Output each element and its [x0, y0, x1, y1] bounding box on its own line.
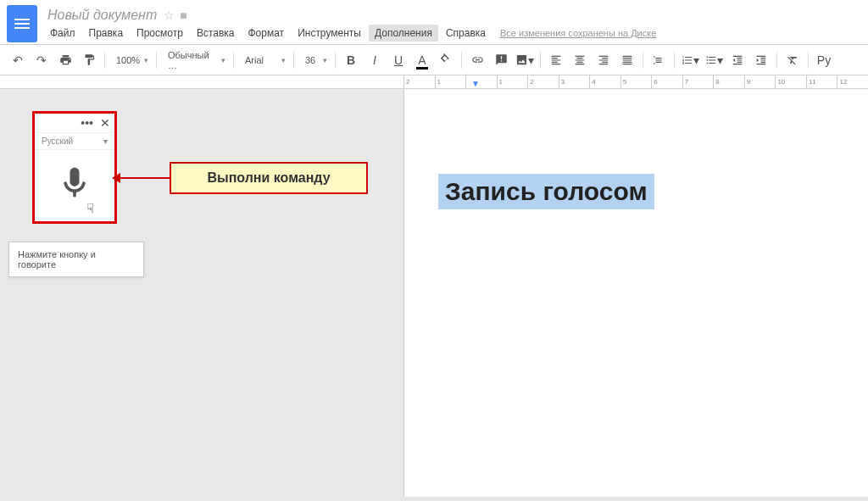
- close-icon[interactable]: ✕: [100, 116, 110, 130]
- ruler-indent-marker[interactable]: ▼: [471, 79, 480, 88]
- align-left-button[interactable]: [545, 49, 567, 71]
- style-select[interactable]: Обычный …: [161, 49, 229, 71]
- annotation-arrow-head: [112, 173, 120, 183]
- underline-button[interactable]: U: [387, 49, 409, 71]
- menu-format[interactable]: Формат: [242, 25, 290, 42]
- folder-icon[interactable]: ■: [180, 8, 186, 22]
- microphone-icon: [56, 160, 93, 206]
- image-button[interactable]: ▾: [514, 49, 536, 71]
- ruler-tick: 10: [775, 75, 806, 89]
- ruler: ▼ 2 1 1 2 3 4 5 6 7 8 9 10 11 12: [0, 75, 868, 89]
- redo-button[interactable]: ↷: [31, 49, 53, 71]
- ruler-tick: 2: [527, 75, 559, 89]
- voice-language-select[interactable]: Русский ▾: [35, 132, 114, 150]
- paint-format-button[interactable]: [78, 49, 100, 71]
- align-justify-button[interactable]: [616, 49, 638, 71]
- annotation-callout: Выполни команду: [170, 162, 368, 194]
- voice-mic-button[interactable]: ☟: [35, 150, 114, 221]
- voice-more-icon[interactable]: •••: [81, 116, 93, 130]
- menu-insert[interactable]: Вставка: [191, 25, 241, 42]
- toolbar: ↶ ↷ 100% Обычный … Arial 36 B I U A ▾ ▾ …: [0, 45, 868, 75]
- ruler-tick: 7: [682, 75, 714, 89]
- menu-file[interactable]: Файл: [44, 25, 81, 42]
- star-icon[interactable]: ☆: [164, 8, 175, 22]
- ruler-tick: 8: [713, 75, 744, 89]
- menu-edit[interactable]: Правка: [83, 25, 130, 42]
- voice-language-label: Русский: [42, 136, 73, 146]
- highlight-button[interactable]: [435, 49, 457, 71]
- docs-logo-icon[interactable]: [7, 5, 37, 42]
- ruler-tick: 9: [744, 75, 776, 89]
- link-button[interactable]: [466, 49, 488, 71]
- ruler-tick: 2: [403, 75, 435, 89]
- ruler-tick: 1: [435, 75, 466, 89]
- clear-format-button[interactable]: [782, 49, 804, 71]
- undo-button[interactable]: ↶: [7, 49, 29, 71]
- document-page[interactable]: Запись голосом: [403, 89, 868, 497]
- align-center-button[interactable]: [569, 49, 591, 71]
- ruler-tick: 5: [620, 75, 652, 89]
- menu-help[interactable]: Справка: [440, 25, 492, 42]
- ruler-tick: 6: [651, 75, 682, 89]
- menu-view[interactable]: Просмотр: [131, 25, 189, 42]
- annotation-arrow: [117, 177, 170, 179]
- input-tools-button[interactable]: Ру: [813, 49, 835, 71]
- zoom-select[interactable]: 100%: [109, 49, 152, 71]
- ruler-tick: 3: [559, 75, 590, 89]
- bulleted-list-button[interactable]: ▾: [703, 49, 725, 71]
- numbered-list-button[interactable]: ▾: [679, 49, 701, 71]
- ruler-tick: [465, 75, 497, 89]
- cursor-hand-icon: ☟: [86, 201, 94, 216]
- document-text-selection[interactable]: Запись голосом: [438, 174, 654, 209]
- align-right-button[interactable]: [593, 49, 615, 71]
- document-title[interactable]: Новый документ: [44, 6, 160, 25]
- menu-addons[interactable]: Дополнения: [369, 25, 438, 42]
- font-size-select[interactable]: 36: [298, 49, 331, 71]
- font-select[interactable]: Arial: [238, 49, 289, 71]
- comment-button[interactable]: [490, 49, 512, 71]
- save-status[interactable]: Все изменения сохранены на Диске: [500, 28, 656, 38]
- menu-tools[interactable]: Инструменты: [292, 25, 367, 42]
- indent-increase-button[interactable]: [750, 49, 772, 71]
- voice-tooltip: Нажмите кнопку и говорите: [8, 242, 144, 277]
- ruler-tick: 1: [497, 75, 528, 89]
- bold-button[interactable]: B: [340, 49, 362, 71]
- text-color-button[interactable]: A: [411, 49, 433, 71]
- voice-typing-panel[interactable]: ••• ✕ Русский ▾ ☟: [32, 111, 117, 224]
- ruler-tick: 11: [806, 75, 837, 89]
- italic-button[interactable]: I: [364, 49, 386, 71]
- ruler-tick: 12: [837, 75, 868, 89]
- ruler-tick: 4: [589, 75, 620, 89]
- indent-decrease-button[interactable]: [726, 49, 748, 71]
- print-button[interactable]: [54, 49, 76, 71]
- line-spacing-button[interactable]: [648, 49, 670, 71]
- chevron-down-icon: ▾: [103, 136, 108, 146]
